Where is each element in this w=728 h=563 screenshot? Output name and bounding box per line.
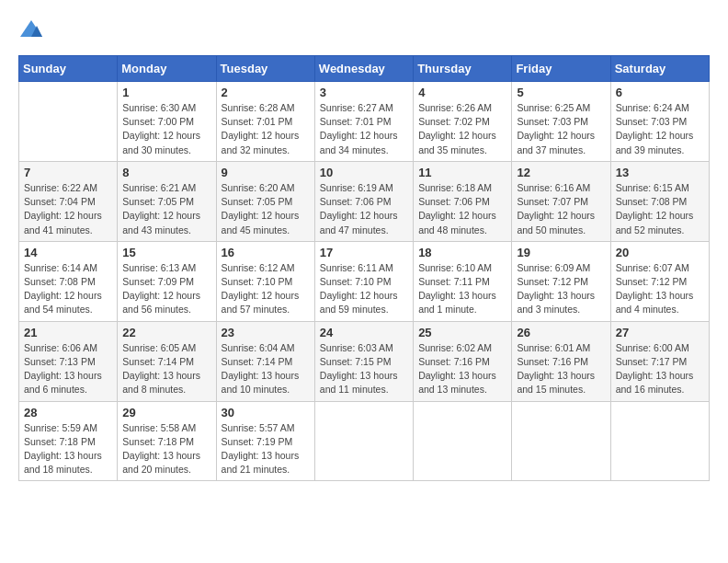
calendar-day-cell: 15Sunrise: 6:13 AM Sunset: 7:09 PM Dayli… (118, 241, 216, 321)
calendar-day-cell: 3Sunrise: 6:27 AM Sunset: 7:01 PM Daylig… (314, 82, 413, 162)
day-info: Sunrise: 5:57 AM Sunset: 7:19 PM Dayligh… (222, 421, 310, 477)
day-number: 4 (418, 86, 506, 99)
day-info: Sunrise: 6:11 AM Sunset: 7:10 PM Dayligh… (320, 261, 408, 317)
calendar-day-cell: 9Sunrise: 6:20 AM Sunset: 7:05 PM Daylig… (216, 161, 314, 241)
day-number: 10 (320, 166, 408, 179)
day-number: 7 (24, 166, 112, 179)
calendar-table: SundayMondayTuesdayWednesdayThursdayFrid… (18, 55, 710, 481)
calendar-week-row: 1Sunrise: 6:30 AM Sunset: 7:00 PM Daylig… (19, 82, 710, 162)
day-number: 8 (122, 166, 210, 179)
day-info: Sunrise: 6:09 AM Sunset: 7:12 PM Dayligh… (517, 261, 605, 317)
calendar-day-cell: 11Sunrise: 6:18 AM Sunset: 7:06 PM Dayli… (414, 161, 512, 241)
day-number: 26 (517, 326, 605, 339)
calendar-day-cell (19, 82, 118, 162)
calendar-body: 1Sunrise: 6:30 AM Sunset: 7:00 PM Daylig… (19, 82, 710, 481)
day-number: 24 (320, 326, 408, 339)
day-info: Sunrise: 6:10 AM Sunset: 7:11 PM Dayligh… (418, 261, 506, 317)
day-info: Sunrise: 6:24 AM Sunset: 7:03 PM Dayligh… (616, 101, 704, 157)
calendar-day-cell (512, 401, 610, 481)
day-number: 14 (24, 246, 112, 259)
day-info: Sunrise: 6:22 AM Sunset: 7:04 PM Dayligh… (24, 181, 112, 237)
day-info: Sunrise: 5:58 AM Sunset: 7:18 PM Dayligh… (122, 421, 210, 477)
calendar-day-cell: 30Sunrise: 5:57 AM Sunset: 7:19 PM Dayli… (216, 401, 314, 481)
day-info: Sunrise: 6:13 AM Sunset: 7:09 PM Dayligh… (122, 261, 210, 317)
day-number: 29 (122, 406, 210, 419)
calendar-day-cell: 14Sunrise: 6:14 AM Sunset: 7:08 PM Dayli… (19, 241, 118, 321)
day-number: 5 (517, 86, 605, 99)
day-info: Sunrise: 6:27 AM Sunset: 7:01 PM Dayligh… (320, 101, 408, 157)
day-info: Sunrise: 6:15 AM Sunset: 7:08 PM Dayligh… (616, 181, 704, 237)
calendar-day-cell: 22Sunrise: 6:05 AM Sunset: 7:14 PM Dayli… (118, 321, 216, 401)
day-number: 12 (517, 166, 605, 179)
calendar-day-cell: 23Sunrise: 6:04 AM Sunset: 7:14 PM Dayli… (216, 321, 314, 401)
day-info: Sunrise: 6:18 AM Sunset: 7:06 PM Dayligh… (418, 181, 506, 237)
day-number: 11 (418, 166, 506, 179)
day-number: 21 (24, 326, 112, 339)
calendar-day-cell: 5Sunrise: 6:25 AM Sunset: 7:03 PM Daylig… (512, 82, 610, 162)
calendar-day-cell: 12Sunrise: 6:16 AM Sunset: 7:07 PM Dayli… (512, 161, 610, 241)
day-number: 27 (616, 326, 704, 339)
day-number: 28 (24, 406, 112, 419)
logo-icon (18, 18, 44, 40)
calendar-header-cell: Sunday (19, 56, 118, 82)
calendar-day-cell: 19Sunrise: 6:09 AM Sunset: 7:12 PM Dayli… (512, 241, 610, 321)
day-info: Sunrise: 6:04 AM Sunset: 7:14 PM Dayligh… (222, 341, 310, 397)
day-info: Sunrise: 5:59 AM Sunset: 7:18 PM Dayligh… (24, 421, 112, 477)
calendar-day-cell: 1Sunrise: 6:30 AM Sunset: 7:00 PM Daylig… (118, 82, 216, 162)
calendar-week-row: 21Sunrise: 6:06 AM Sunset: 7:13 PM Dayli… (19, 321, 710, 401)
calendar-week-row: 7Sunrise: 6:22 AM Sunset: 7:04 PM Daylig… (19, 161, 710, 241)
calendar-header-cell: Monday (118, 56, 216, 82)
day-info: Sunrise: 6:07 AM Sunset: 7:12 PM Dayligh… (616, 261, 704, 317)
calendar-day-cell: 6Sunrise: 6:24 AM Sunset: 7:03 PM Daylig… (610, 82, 709, 162)
calendar-header-row: SundayMondayTuesdayWednesdayThursdayFrid… (19, 56, 710, 82)
day-number: 6 (616, 86, 704, 99)
day-info: Sunrise: 6:16 AM Sunset: 7:07 PM Dayligh… (517, 181, 605, 237)
day-info: Sunrise: 6:21 AM Sunset: 7:05 PM Dayligh… (122, 181, 210, 237)
calendar-day-cell: 2Sunrise: 6:28 AM Sunset: 7:01 PM Daylig… (216, 82, 314, 162)
calendar-day-cell: 10Sunrise: 6:19 AM Sunset: 7:06 PM Dayli… (314, 161, 413, 241)
calendar-day-cell: 20Sunrise: 6:07 AM Sunset: 7:12 PM Dayli… (610, 241, 709, 321)
day-info: Sunrise: 6:28 AM Sunset: 7:01 PM Dayligh… (222, 101, 310, 157)
calendar-week-row: 28Sunrise: 5:59 AM Sunset: 7:18 PM Dayli… (19, 401, 710, 481)
page-header (18, 18, 710, 40)
day-number: 23 (222, 326, 310, 339)
day-number: 15 (122, 246, 210, 259)
calendar-day-cell: 17Sunrise: 6:11 AM Sunset: 7:10 PM Dayli… (314, 241, 413, 321)
day-number: 25 (418, 326, 506, 339)
calendar-header-cell: Saturday (610, 56, 709, 82)
day-info: Sunrise: 6:03 AM Sunset: 7:15 PM Dayligh… (320, 341, 408, 397)
day-number: 2 (222, 86, 310, 99)
calendar-day-cell: 27Sunrise: 6:00 AM Sunset: 7:17 PM Dayli… (610, 321, 709, 401)
day-info: Sunrise: 6:05 AM Sunset: 7:14 PM Dayligh… (122, 341, 210, 397)
calendar-header-cell: Tuesday (216, 56, 314, 82)
logo (18, 18, 48, 40)
day-number: 1 (122, 86, 210, 99)
day-info: Sunrise: 6:02 AM Sunset: 7:16 PM Dayligh… (418, 341, 506, 397)
calendar-day-cell: 28Sunrise: 5:59 AM Sunset: 7:18 PM Dayli… (19, 401, 118, 481)
calendar-day-cell: 24Sunrise: 6:03 AM Sunset: 7:15 PM Dayli… (314, 321, 413, 401)
calendar-day-cell: 16Sunrise: 6:12 AM Sunset: 7:10 PM Dayli… (216, 241, 314, 321)
day-number: 19 (517, 246, 605, 259)
day-info: Sunrise: 6:14 AM Sunset: 7:08 PM Dayligh… (24, 261, 112, 317)
calendar-day-cell: 7Sunrise: 6:22 AM Sunset: 7:04 PM Daylig… (19, 161, 118, 241)
calendar-day-cell: 8Sunrise: 6:21 AM Sunset: 7:05 PM Daylig… (118, 161, 216, 241)
calendar-day-cell: 18Sunrise: 6:10 AM Sunset: 7:11 PM Dayli… (414, 241, 512, 321)
calendar-day-cell: 4Sunrise: 6:26 AM Sunset: 7:02 PM Daylig… (414, 82, 512, 162)
day-number: 18 (418, 246, 506, 259)
calendar-header-cell: Thursday (414, 56, 512, 82)
calendar-header-cell: Wednesday (314, 56, 413, 82)
day-number: 22 (122, 326, 210, 339)
day-info: Sunrise: 6:06 AM Sunset: 7:13 PM Dayligh… (24, 341, 112, 397)
day-info: Sunrise: 6:00 AM Sunset: 7:17 PM Dayligh… (616, 341, 704, 397)
day-number: 16 (222, 246, 310, 259)
day-number: 17 (320, 246, 408, 259)
day-info: Sunrise: 6:25 AM Sunset: 7:03 PM Dayligh… (517, 101, 605, 157)
day-info: Sunrise: 6:30 AM Sunset: 7:00 PM Dayligh… (122, 101, 210, 157)
day-info: Sunrise: 6:01 AM Sunset: 7:16 PM Dayligh… (517, 341, 605, 397)
calendar-day-cell (610, 401, 709, 481)
calendar-week-row: 14Sunrise: 6:14 AM Sunset: 7:08 PM Dayli… (19, 241, 710, 321)
calendar-day-cell (314, 401, 413, 481)
day-info: Sunrise: 6:19 AM Sunset: 7:06 PM Dayligh… (320, 181, 408, 237)
day-number: 9 (222, 166, 310, 179)
day-number: 3 (320, 86, 408, 99)
